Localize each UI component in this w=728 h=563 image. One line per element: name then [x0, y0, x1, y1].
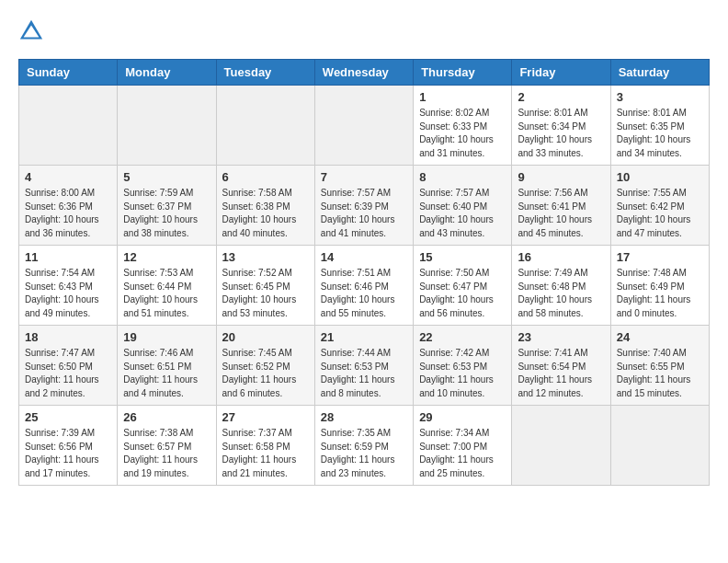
day-number: 13: [222, 250, 309, 264]
day-number: 24: [617, 330, 703, 344]
day-info: Sunrise: 7:42 AMSunset: 6:53 PMDaylight:…: [419, 347, 506, 400]
calendar-cell: 6Sunrise: 7:58 AMSunset: 6:38 PMDaylight…: [216, 166, 314, 246]
day-info: Sunrise: 7:56 AMSunset: 6:41 PMDaylight:…: [518, 187, 604, 240]
calendar-cell: 4Sunrise: 8:00 AMSunset: 6:36 PMDaylight…: [19, 166, 118, 246]
page-header: [18, 18, 710, 44]
day-number: 5: [123, 170, 210, 184]
day-number: 28: [321, 410, 407, 424]
calendar-cell: [512, 406, 610, 486]
calendar-cell: 11Sunrise: 7:54 AMSunset: 6:43 PMDayligh…: [19, 246, 118, 326]
day-number: 16: [518, 250, 604, 264]
calendar-cell: 25Sunrise: 7:39 AMSunset: 6:56 PMDayligh…: [19, 406, 118, 486]
day-info: Sunrise: 7:57 AMSunset: 6:39 PMDaylight:…: [321, 187, 407, 240]
day-number: 4: [25, 170, 111, 184]
day-info: Sunrise: 7:49 AMSunset: 6:48 PMDaylight:…: [518, 267, 604, 320]
calendar-cell: 21Sunrise: 7:44 AMSunset: 6:53 PMDayligh…: [314, 326, 413, 406]
day-number: 27: [222, 410, 309, 424]
day-header-thursday: Thursday: [414, 60, 512, 86]
calendar-cell: 16Sunrise: 7:49 AMSunset: 6:48 PMDayligh…: [512, 246, 610, 326]
day-info: Sunrise: 7:44 AMSunset: 6:53 PMDaylight:…: [321, 347, 407, 400]
calendar-cell: 9Sunrise: 7:56 AMSunset: 6:41 PMDaylight…: [512, 166, 610, 246]
calendar-week-2: 11Sunrise: 7:54 AMSunset: 6:43 PMDayligh…: [19, 246, 710, 326]
calendar-cell: 17Sunrise: 7:48 AMSunset: 6:49 PMDayligh…: [610, 246, 709, 326]
logo-icon: [18, 18, 44, 44]
calendar-week-0: 1Sunrise: 8:02 AMSunset: 6:33 PMDaylight…: [19, 86, 710, 166]
day-number: 18: [25, 330, 111, 344]
calendar-cell: 12Sunrise: 7:53 AMSunset: 6:44 PMDayligh…: [118, 246, 216, 326]
calendar-cell: 13Sunrise: 7:52 AMSunset: 6:45 PMDayligh…: [216, 246, 314, 326]
days-row: SundayMondayTuesdayWednesdayThursdayFrid…: [19, 60, 710, 86]
calendar-cell: 23Sunrise: 7:41 AMSunset: 6:54 PMDayligh…: [512, 326, 610, 406]
calendar-cell: 22Sunrise: 7:42 AMSunset: 6:53 PMDayligh…: [414, 326, 512, 406]
calendar-cell: [216, 86, 314, 166]
day-number: 19: [123, 330, 210, 344]
day-info: Sunrise: 7:35 AMSunset: 6:59 PMDaylight:…: [321, 427, 407, 480]
calendar-table: SundayMondayTuesdayWednesdayThursdayFrid…: [18, 59, 710, 486]
day-number: 12: [123, 250, 210, 264]
calendar-cell: [19, 86, 118, 166]
day-info: Sunrise: 7:45 AMSunset: 6:52 PMDaylight:…: [222, 347, 309, 400]
day-info: Sunrise: 7:46 AMSunset: 6:51 PMDaylight:…: [123, 347, 210, 400]
day-header-friday: Friday: [512, 60, 610, 86]
calendar-cell: 8Sunrise: 7:57 AMSunset: 6:40 PMDaylight…: [414, 166, 512, 246]
day-info: Sunrise: 7:34 AMSunset: 7:00 PMDaylight:…: [419, 427, 506, 480]
calendar-header: SundayMondayTuesdayWednesdayThursdayFrid…: [19, 60, 710, 86]
day-info: Sunrise: 7:52 AMSunset: 6:45 PMDaylight:…: [222, 267, 309, 320]
day-number: 22: [419, 330, 506, 344]
day-number: 20: [222, 330, 309, 344]
calendar-cell: 2Sunrise: 8:01 AMSunset: 6:34 PMDaylight…: [512, 86, 610, 166]
calendar-week-1: 4Sunrise: 8:00 AMSunset: 6:36 PMDaylight…: [19, 166, 710, 246]
day-number: 3: [617, 90, 703, 104]
day-header-monday: Monday: [118, 60, 216, 86]
day-header-sunday: Sunday: [19, 60, 118, 86]
calendar-week-3: 18Sunrise: 7:47 AMSunset: 6:50 PMDayligh…: [19, 326, 710, 406]
calendar-cell: 1Sunrise: 8:02 AMSunset: 6:33 PMDaylight…: [414, 86, 512, 166]
day-number: 8: [419, 170, 506, 184]
day-info: Sunrise: 7:57 AMSunset: 6:40 PMDaylight:…: [419, 187, 506, 240]
day-info: Sunrise: 8:02 AMSunset: 6:33 PMDaylight:…: [419, 107, 506, 160]
calendar-body: 1Sunrise: 8:02 AMSunset: 6:33 PMDaylight…: [19, 86, 710, 486]
day-info: Sunrise: 7:58 AMSunset: 6:38 PMDaylight:…: [222, 187, 309, 240]
logo: [18, 18, 48, 44]
day-number: 9: [518, 170, 604, 184]
calendar-cell: 14Sunrise: 7:51 AMSunset: 6:46 PMDayligh…: [314, 246, 413, 326]
calendar-cell: 28Sunrise: 7:35 AMSunset: 6:59 PMDayligh…: [314, 406, 413, 486]
day-number: 1: [419, 90, 506, 104]
calendar-cell: [314, 86, 413, 166]
day-number: 2: [518, 90, 604, 104]
day-number: 29: [419, 410, 506, 424]
calendar-cell: 24Sunrise: 7:40 AMSunset: 6:55 PMDayligh…: [610, 326, 709, 406]
day-info: Sunrise: 7:37 AMSunset: 6:58 PMDaylight:…: [222, 427, 309, 480]
calendar-cell: 18Sunrise: 7:47 AMSunset: 6:50 PMDayligh…: [19, 326, 118, 406]
day-info: Sunrise: 7:51 AMSunset: 6:46 PMDaylight:…: [321, 267, 407, 320]
day-number: 15: [419, 250, 506, 264]
calendar-cell: 27Sunrise: 7:37 AMSunset: 6:58 PMDayligh…: [216, 406, 314, 486]
day-info: Sunrise: 8:01 AMSunset: 6:35 PMDaylight:…: [617, 107, 703, 160]
day-info: Sunrise: 7:48 AMSunset: 6:49 PMDaylight:…: [617, 267, 703, 320]
calendar-cell: 29Sunrise: 7:34 AMSunset: 7:00 PMDayligh…: [414, 406, 512, 486]
day-info: Sunrise: 7:50 AMSunset: 6:47 PMDaylight:…: [419, 267, 506, 320]
day-number: 17: [617, 250, 703, 264]
day-info: Sunrise: 7:47 AMSunset: 6:50 PMDaylight:…: [25, 347, 111, 400]
day-header-tuesday: Tuesday: [216, 60, 314, 86]
day-info: Sunrise: 7:41 AMSunset: 6:54 PMDaylight:…: [518, 347, 604, 400]
calendar-cell: [118, 86, 216, 166]
day-number: 14: [321, 250, 407, 264]
day-number: 21: [321, 330, 407, 344]
day-number: 10: [617, 170, 703, 184]
calendar-week-4: 25Sunrise: 7:39 AMSunset: 6:56 PMDayligh…: [19, 406, 710, 486]
day-info: Sunrise: 7:40 AMSunset: 6:55 PMDaylight:…: [617, 347, 703, 400]
day-info: Sunrise: 8:01 AMSunset: 6:34 PMDaylight:…: [518, 107, 604, 160]
calendar-cell: 5Sunrise: 7:59 AMSunset: 6:37 PMDaylight…: [118, 166, 216, 246]
day-info: Sunrise: 7:53 AMSunset: 6:44 PMDaylight:…: [123, 267, 210, 320]
day-header-wednesday: Wednesday: [314, 60, 413, 86]
calendar-cell: 10Sunrise: 7:55 AMSunset: 6:42 PMDayligh…: [610, 166, 709, 246]
day-info: Sunrise: 7:55 AMSunset: 6:42 PMDaylight:…: [617, 187, 703, 240]
calendar-cell: [610, 406, 709, 486]
calendar-cell: 19Sunrise: 7:46 AMSunset: 6:51 PMDayligh…: [118, 326, 216, 406]
day-number: 7: [321, 170, 407, 184]
day-number: 25: [25, 410, 111, 424]
day-number: 6: [222, 170, 309, 184]
day-info: Sunrise: 7:39 AMSunset: 6:56 PMDaylight:…: [25, 427, 111, 480]
calendar-cell: 7Sunrise: 7:57 AMSunset: 6:39 PMDaylight…: [314, 166, 413, 246]
